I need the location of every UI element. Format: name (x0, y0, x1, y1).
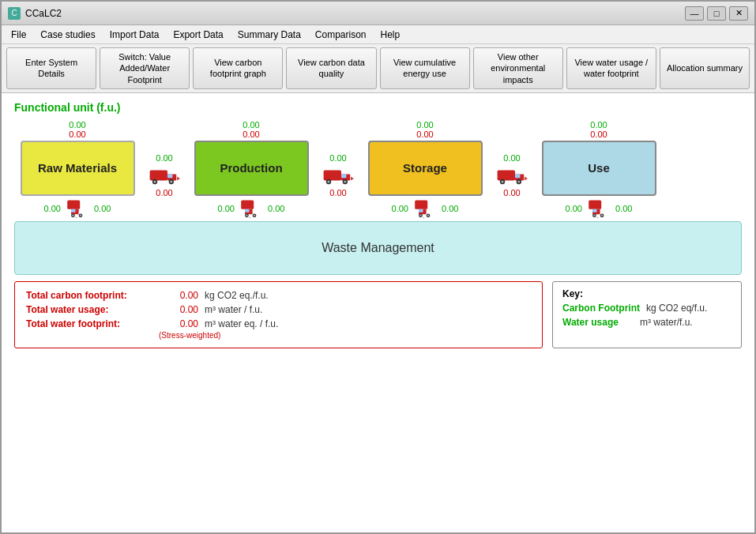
svg-rect-32 (241, 200, 254, 209)
svg-point-52 (593, 214, 595, 216)
arrow1-bottom-val: 0.00 (156, 188, 172, 197)
svg-rect-34 (245, 209, 250, 212)
summary-section: Total carbon footprint: 0.00 kg CO2 eq./… (14, 281, 742, 348)
water-footprint-value: 0.00 (159, 318, 198, 329)
key-box: Key: Carbon Footprint kg CO2 eq/f.u. Wat… (552, 281, 742, 348)
totals-box: Total carbon footprint: 0.00 kg CO2 eq./… (14, 281, 543, 348)
stage-use: 0.00 0.00 Use (536, 120, 662, 197)
svg-rect-2 (167, 174, 172, 178)
window-controls[interactable]: — □ ✕ (685, 6, 748, 21)
carbon-unit: kg CO2 eq./f.u. (205, 290, 531, 301)
allocation-summary-button[interactable]: Allocation summary (660, 47, 750, 89)
view-other-env-button[interactable]: View other environmental impacts (473, 47, 563, 89)
menu-summary-data[interactable]: Summary Data (231, 28, 307, 42)
svg-point-12 (327, 180, 329, 182)
svg-rect-18 (515, 174, 520, 178)
toolbar: Enter System Details Switch: Value Added… (2, 44, 754, 93)
truck-icon-2 (322, 164, 354, 186)
menu-comparison[interactable]: Comparison (309, 28, 373, 42)
stage-production: 0.00 0.00 Production (188, 120, 314, 197)
svg-point-4 (153, 180, 156, 182)
raw-materials-box[interactable]: Raw Materials (21, 141, 135, 196)
down-truck-use: 0.00 0.00 (536, 199, 662, 218)
arrow3-bottom-val: 0.00 (503, 188, 520, 197)
svg-point-36 (246, 214, 247, 216)
down-truck-icon-3 (412, 199, 438, 218)
waste-management-box[interactable]: Waste Management (14, 221, 742, 275)
app-title: CCaLC2 (25, 8, 62, 19)
svg-marker-47 (422, 216, 426, 218)
view-water-button[interactable]: View water usage / water footprint (566, 47, 656, 89)
carbon-label: Total carbon footprint: (26, 290, 152, 301)
stage-raw-materials: 0.00 0.00 Raw Materials (14, 120, 141, 197)
stor-top-val-2: 0.00 (416, 130, 433, 139)
key-title: Key: (562, 288, 732, 299)
switch-value-button[interactable]: Switch: Value Added/Water Footprint (100, 47, 190, 89)
app-icon: C (8, 7, 21, 20)
stor-dr-val: 0.00 (442, 204, 458, 213)
water-usage-label: Total water usage: (26, 304, 152, 315)
view-cumulative-button[interactable]: View cumulative energy use (380, 47, 470, 89)
down-truck-icon-2 (238, 199, 265, 218)
menu-export-data[interactable]: Export Data (167, 28, 229, 42)
water-footprint-label: Total water footprint: (26, 318, 152, 329)
enter-system-button[interactable]: Enter System Details (6, 47, 96, 89)
minimize-button[interactable]: — (685, 6, 704, 21)
down-truck-icon-1 (64, 199, 91, 218)
storage-box[interactable]: Storage (368, 141, 483, 196)
menu-help[interactable]: Help (374, 28, 407, 42)
arrow-3: 0.00 0.00 (488, 139, 536, 197)
svg-point-22 (517, 180, 520, 182)
down-truck-stor: 0.00 0.00 (362, 199, 488, 218)
water-usage-unit: m³ water / f.u. (205, 304, 531, 315)
stor-dl-val: 0.00 (392, 204, 408, 213)
prod-dr-val: 0.00 (268, 204, 284, 213)
svg-point-30 (80, 214, 81, 216)
svg-point-38 (254, 214, 255, 216)
svg-rect-8 (324, 170, 341, 180)
menu-file[interactable]: File (5, 28, 32, 42)
down-truck-raw: 0.00 0.00 (14, 199, 141, 218)
menu-import-data[interactable]: Import Data (103, 28, 166, 42)
svg-point-46 (427, 214, 429, 216)
svg-rect-48 (589, 200, 601, 209)
view-carbon-graph-button[interactable]: View carbon footprint graph (193, 47, 283, 89)
key-row-water: Water usage m³ water/f.u. (562, 317, 732, 328)
arrow-2: 0.00 0.00 (314, 139, 362, 197)
flow-diagram: 0.00 0.00 Raw Materials 0.00 (14, 120, 742, 275)
svg-point-14 (344, 180, 346, 182)
water-footprint-row: Total water footprint: 0.00 m³ water eq.… (26, 318, 531, 329)
svg-point-44 (419, 214, 421, 216)
arrow1-top-val: 0.00 (156, 153, 172, 163)
stress-note: (Stress-weighted) (159, 331, 531, 340)
menu-case-studies[interactable]: Case studies (34, 28, 101, 42)
arrow2-bottom-val: 0.00 (329, 188, 346, 197)
svg-point-20 (501, 180, 503, 182)
arrow3-top-val: 0.00 (503, 153, 520, 163)
raw-dl-val: 0.00 (44, 204, 61, 213)
svg-rect-16 (498, 170, 515, 180)
carbon-row: Total carbon footprint: 0.00 kg CO2 eq./… (26, 290, 531, 301)
svg-marker-7 (177, 176, 180, 180)
production-box[interactable]: Production (194, 141, 309, 196)
key-water-label: Water usage (562, 317, 634, 328)
svg-marker-31 (74, 216, 78, 218)
svg-point-54 (601, 214, 603, 216)
maximize-button[interactable]: □ (707, 6, 726, 21)
stage-storage: 0.00 0.00 Storage (362, 120, 488, 197)
view-carbon-quality-button[interactable]: View carbon data quality (286, 47, 376, 89)
main-content: Functional unit (f.u.) 0.00 0.00 Raw Mat… (2, 93, 754, 534)
key-row-carbon: Carbon Footprint kg CO2 eq/f.u. (562, 303, 732, 314)
menu-bar: File Case studies Import Data Export Dat… (2, 25, 754, 44)
arrow-1: 0.00 0.00 (141, 139, 188, 197)
carbon-value: 0.00 (159, 290, 198, 301)
use-box[interactable]: Use (542, 141, 656, 196)
use-dr-val: 0.00 (615, 204, 632, 213)
svg-marker-23 (525, 176, 528, 180)
close-button[interactable]: ✕ (729, 6, 748, 21)
title-bar: C CCaLC2 — □ ✕ (2, 2, 754, 25)
raw-top-val-2: 0.00 (69, 130, 85, 139)
water-footprint-unit: m³ water eq. / f.u. (205, 318, 531, 329)
svg-marker-39 (248, 216, 252, 218)
water-usage-value: 0.00 (159, 304, 198, 315)
